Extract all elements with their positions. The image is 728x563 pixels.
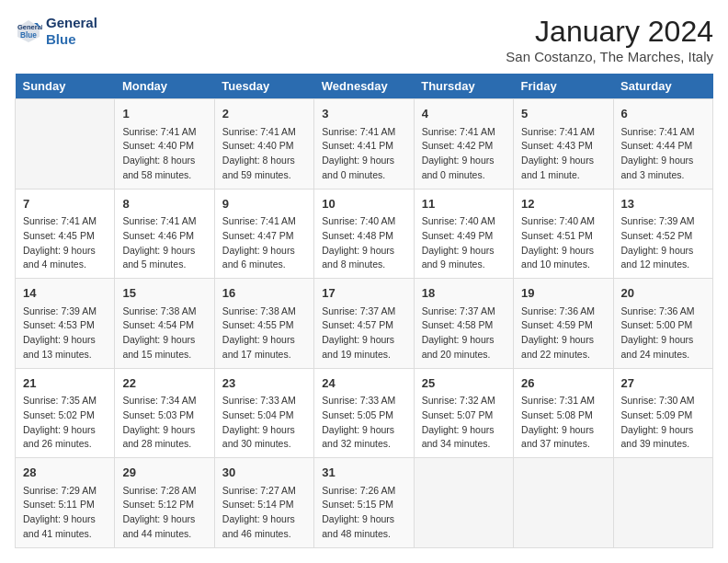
day-details: Sunrise: 7:37 AMSunset: 4:57 PMDaylight:… (322, 304, 405, 362)
calendar-cell: 31Sunrise: 7:26 AMSunset: 5:15 PMDayligh… (314, 458, 414, 548)
calendar-cell: 27Sunrise: 7:30 AMSunset: 5:09 PMDayligh… (613, 368, 712, 458)
day-details: Sunrise: 7:37 AMSunset: 4:58 PMDaylight:… (422, 304, 506, 362)
day-number: 7 (23, 195, 107, 213)
header-day-saturday: Saturday (613, 74, 712, 99)
day-details: Sunrise: 7:41 AMSunset: 4:44 PMDaylight:… (621, 125, 705, 183)
calendar-cell: 21Sunrise: 7:35 AMSunset: 5:02 PMDayligh… (16, 368, 115, 458)
day-number: 3 (322, 105, 405, 123)
day-details: Sunrise: 7:35 AMSunset: 5:02 PMDaylight:… (23, 394, 107, 452)
day-details: Sunrise: 7:31 AMSunset: 5:08 PMDaylight:… (521, 394, 605, 452)
day-details: Sunrise: 7:40 AMSunset: 4:51 PMDaylight:… (521, 214, 605, 272)
calendar-cell: 28Sunrise: 7:29 AMSunset: 5:11 PMDayligh… (16, 458, 115, 548)
day-number: 13 (621, 195, 705, 213)
day-details: Sunrise: 7:40 AMSunset: 4:49 PMDaylight:… (422, 214, 506, 272)
day-number: 5 (521, 105, 605, 123)
calendar-cell: 24Sunrise: 7:33 AMSunset: 5:05 PMDayligh… (314, 368, 414, 458)
calendar-cell: 14Sunrise: 7:39 AMSunset: 4:53 PMDayligh… (16, 279, 115, 369)
day-number: 1 (122, 105, 206, 123)
calendar-cell (613, 458, 712, 548)
header-day-tuesday: Tuesday (214, 74, 313, 99)
calendar-cell: 4Sunrise: 7:41 AMSunset: 4:42 PMDaylight… (414, 99, 513, 190)
day-details: Sunrise: 7:36 AMSunset: 4:59 PMDaylight:… (521, 304, 605, 362)
day-number: 6 (621, 105, 705, 123)
calendar-cell: 6Sunrise: 7:41 AMSunset: 4:44 PMDaylight… (613, 99, 712, 190)
day-details: Sunrise: 7:41 AMSunset: 4:40 PMDaylight:… (122, 125, 206, 183)
day-number: 17 (322, 284, 405, 303)
day-number: 25 (422, 374, 506, 393)
calendar-cell: 7Sunrise: 7:41 AMSunset: 4:45 PMDaylight… (16, 189, 115, 279)
day-details: Sunrise: 7:36 AMSunset: 5:00 PMDaylight:… (621, 304, 705, 362)
svg-text:General: General (17, 23, 42, 31)
calendar-header-row: SundayMondayTuesdayWednesdayThursdayFrid… (16, 74, 713, 99)
calendar-cell: 17Sunrise: 7:37 AMSunset: 4:57 PMDayligh… (314, 279, 414, 369)
calendar-cell: 13Sunrise: 7:39 AMSunset: 4:52 PMDayligh… (613, 189, 712, 279)
day-details: Sunrise: 7:41 AMSunset: 4:45 PMDaylight:… (23, 214, 107, 272)
header-day-sunday: Sunday (16, 74, 115, 99)
logo-text-line1: General (46, 15, 97, 31)
calendar-week-row: 14Sunrise: 7:39 AMSunset: 4:53 PMDayligh… (16, 279, 713, 369)
day-details: Sunrise: 7:33 AMSunset: 5:05 PMDaylight:… (322, 394, 405, 452)
day-details: Sunrise: 7:26 AMSunset: 5:15 PMDaylight:… (322, 484, 405, 542)
day-number: 19 (521, 284, 605, 303)
header-day-monday: Monday (115, 74, 214, 99)
day-number: 14 (23, 284, 107, 303)
calendar-week-row: 7Sunrise: 7:41 AMSunset: 4:45 PMDaylight… (16, 189, 713, 279)
svg-text:Blue: Blue (20, 31, 37, 40)
logo-icon: General Blue (15, 17, 42, 45)
header: General Blue General Blue January 2024 S… (15, 15, 713, 64)
calendar-cell (414, 458, 513, 548)
day-number: 18 (422, 284, 506, 303)
day-details: Sunrise: 7:30 AMSunset: 5:09 PMDaylight:… (621, 394, 705, 452)
day-details: Sunrise: 7:41 AMSunset: 4:41 PMDaylight:… (322, 125, 405, 183)
day-details: Sunrise: 7:41 AMSunset: 4:47 PMDaylight:… (222, 214, 306, 272)
logo-text-line2: Blue (46, 31, 97, 48)
calendar-cell (514, 458, 613, 548)
day-number: 28 (23, 464, 107, 482)
calendar-cell: 2Sunrise: 7:41 AMSunset: 4:40 PMDaylight… (214, 99, 313, 190)
calendar-cell: 22Sunrise: 7:34 AMSunset: 5:03 PMDayligh… (115, 368, 214, 458)
calendar-cell: 12Sunrise: 7:40 AMSunset: 4:51 PMDayligh… (514, 189, 613, 279)
day-details: Sunrise: 7:33 AMSunset: 5:04 PMDaylight:… (222, 394, 306, 452)
calendar-cell: 20Sunrise: 7:36 AMSunset: 5:00 PMDayligh… (613, 279, 712, 369)
day-details: Sunrise: 7:40 AMSunset: 4:48 PMDaylight:… (322, 214, 405, 272)
calendar-cell: 1Sunrise: 7:41 AMSunset: 4:40 PMDaylight… (115, 99, 214, 190)
page-title: January 2024 (506, 15, 713, 49)
day-details: Sunrise: 7:39 AMSunset: 4:52 PMDaylight:… (621, 214, 705, 272)
calendar-cell: 29Sunrise: 7:28 AMSunset: 5:12 PMDayligh… (115, 458, 214, 548)
page-subtitle: San Costanzo, The Marches, Italy (506, 49, 713, 64)
calendar-cell: 23Sunrise: 7:33 AMSunset: 5:04 PMDayligh… (214, 368, 313, 458)
calendar-cell: 26Sunrise: 7:31 AMSunset: 5:08 PMDayligh… (514, 368, 613, 458)
logo: General Blue General Blue (15, 15, 97, 48)
calendar-week-row: 28Sunrise: 7:29 AMSunset: 5:11 PMDayligh… (16, 458, 713, 548)
day-number: 30 (222, 464, 306, 482)
calendar-cell: 19Sunrise: 7:36 AMSunset: 4:59 PMDayligh… (514, 279, 613, 369)
day-details: Sunrise: 7:34 AMSunset: 5:03 PMDaylight:… (122, 394, 206, 452)
day-details: Sunrise: 7:41 AMSunset: 4:43 PMDaylight:… (521, 125, 605, 183)
day-number: 16 (222, 284, 306, 303)
calendar-cell: 8Sunrise: 7:41 AMSunset: 4:46 PMDaylight… (115, 189, 214, 279)
day-number: 9 (222, 195, 306, 213)
day-number: 24 (322, 374, 405, 393)
day-number: 15 (122, 284, 206, 303)
calendar-cell: 25Sunrise: 7:32 AMSunset: 5:07 PMDayligh… (414, 368, 513, 458)
day-details: Sunrise: 7:41 AMSunset: 4:42 PMDaylight:… (422, 125, 506, 183)
day-number: 8 (122, 195, 206, 213)
header-day-thursday: Thursday (414, 74, 513, 99)
calendar-table: SundayMondayTuesdayWednesdayThursdayFrid… (15, 74, 713, 548)
title-area: January 2024 San Costanzo, The Marches, … (506, 15, 713, 64)
day-number: 31 (322, 464, 405, 482)
day-details: Sunrise: 7:27 AMSunset: 5:14 PMDaylight:… (222, 484, 306, 542)
day-details: Sunrise: 7:41 AMSunset: 4:40 PMDaylight:… (222, 125, 306, 183)
day-number: 22 (122, 374, 206, 393)
day-details: Sunrise: 7:38 AMSunset: 4:55 PMDaylight:… (222, 304, 306, 362)
calendar-week-row: 1Sunrise: 7:41 AMSunset: 4:40 PMDaylight… (16, 99, 713, 190)
calendar-cell: 11Sunrise: 7:40 AMSunset: 4:49 PMDayligh… (414, 189, 513, 279)
calendar-cell (16, 99, 115, 190)
calendar-cell: 10Sunrise: 7:40 AMSunset: 4:48 PMDayligh… (314, 189, 414, 279)
day-details: Sunrise: 7:41 AMSunset: 4:46 PMDaylight:… (122, 214, 206, 272)
calendar-cell: 9Sunrise: 7:41 AMSunset: 4:47 PMDaylight… (214, 189, 313, 279)
day-details: Sunrise: 7:32 AMSunset: 5:07 PMDaylight:… (422, 394, 506, 452)
day-details: Sunrise: 7:28 AMSunset: 5:12 PMDaylight:… (122, 484, 206, 542)
calendar-week-row: 21Sunrise: 7:35 AMSunset: 5:02 PMDayligh… (16, 368, 713, 458)
day-number: 20 (621, 284, 705, 303)
